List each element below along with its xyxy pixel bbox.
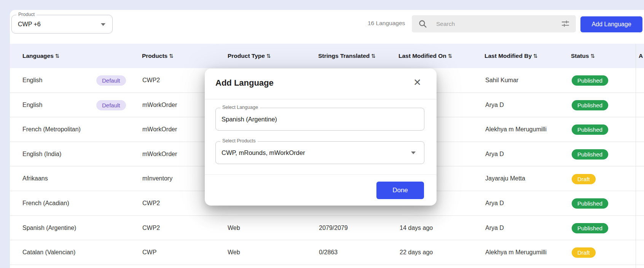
- modal-title: Add Language: [215, 78, 274, 88]
- cell-language: Spanish (Argentine): [22, 216, 76, 240]
- cell-language: Catalan (Valencian): [22, 240, 75, 265]
- search-bar[interactable]: [412, 15, 576, 32]
- cell-last-modified-by: Arya D: [485, 216, 504, 240]
- modal-header-divider: [205, 99, 437, 99]
- cell-language: English (India): [22, 142, 61, 166]
- select-language-field[interactable]: Select Language Spanish (Argentine): [215, 108, 424, 131]
- select-products-value: CWP, mRounds, mWorkOrder: [222, 142, 305, 164]
- cell-last-modified-by: Sahil Kumar: [485, 68, 518, 93]
- cell-status: Published: [572, 142, 608, 166]
- filter-tune-icon[interactable]: [561, 19, 570, 28]
- cell-language: Afrikaans: [22, 166, 48, 191]
- sort-icon: ⇅: [448, 53, 453, 59]
- done-button[interactable]: Done: [376, 182, 424, 199]
- page: Product CWP +6 16 Languages Add Language…: [0, 0, 644, 268]
- chevron-down-icon: [411, 152, 416, 154]
- actions-column-divider: [636, 44, 636, 268]
- cell-product: mInventory: [142, 166, 172, 191]
- status-badge: Published: [572, 223, 608, 233]
- sort-icon: ⇅: [55, 53, 60, 59]
- product-filter-value: CWP +6: [18, 15, 41, 33]
- add-language-button[interactable]: Add Language: [580, 16, 642, 32]
- search-icon: [418, 19, 427, 29]
- modal-footer-divider: [205, 174, 437, 175]
- cell-status: Published: [572, 68, 608, 93]
- column-header-last-modified-by[interactable]: Last Modified By⇅: [485, 44, 538, 68]
- sort-icon: ⇅: [266, 53, 271, 59]
- cell-status: Published: [572, 216, 608, 240]
- close-icon[interactable]: ✕: [413, 78, 421, 87]
- cell-product: mWorkOrder: [142, 117, 177, 142]
- status-badge: Draft: [572, 174, 596, 184]
- cell-product: CWP2: [142, 216, 160, 240]
- select-language-value: Spanish (Argentine): [222, 108, 277, 130]
- cell-language: French (Metropolitan): [22, 117, 81, 142]
- column-header-last-modified-on[interactable]: Last Modified On⇅: [399, 44, 452, 68]
- product-filter-select[interactable]: Product CWP +6: [11, 15, 113, 34]
- default-badge-cell: Default: [96, 93, 126, 117]
- cell-last-modified-on: 22 days ago: [400, 240, 433, 265]
- column-header-languages[interactable]: Languages⇅: [22, 44, 60, 68]
- cell-status: Draft: [572, 166, 596, 191]
- cell-product-type: Web: [228, 216, 240, 240]
- column-header-product-type[interactable]: Product Type⇅: [228, 44, 271, 68]
- status-badge: Published: [572, 100, 608, 110]
- status-badge: Published: [572, 75, 608, 86]
- cell-last-modified-by: Alekhya m Merugumilli: [485, 117, 547, 142]
- cell-product: CWP2: [142, 68, 160, 93]
- column-header-strings-translated[interactable]: Strings Translated⇅: [318, 44, 376, 68]
- cell-status: Published: [572, 191, 608, 215]
- cell-last-modified-by: Arya D: [485, 191, 504, 215]
- cell-strings-translated: 2079/2079: [319, 216, 348, 240]
- sort-icon: ⇅: [590, 53, 595, 59]
- table-row[interactable]: Catalan (Valencian)CWPWeb0/286322 days a…: [10, 240, 644, 265]
- cell-language: English: [22, 68, 42, 93]
- status-badge: Published: [572, 124, 608, 135]
- cell-product: mWorkOrder: [142, 93, 177, 117]
- cell-language: French (Acadian): [22, 191, 69, 215]
- cell-last-modified-by: Arya D: [485, 93, 504, 117]
- cell-product: CWP: [142, 240, 156, 265]
- cell-product: mWorkOrder: [142, 142, 177, 166]
- status-badge: Draft: [572, 247, 596, 258]
- status-badge: Published: [572, 198, 608, 209]
- languages-count: 16 Languages: [368, 20, 405, 27]
- status-badge: Published: [572, 149, 608, 160]
- cell-last-modified-on: 14 days ago: [400, 216, 433, 240]
- cell-status: Published: [572, 117, 608, 142]
- default-badge: Default: [96, 75, 126, 86]
- default-badge: Default: [96, 100, 126, 110]
- cell-language: English: [22, 93, 42, 117]
- sort-icon: ⇅: [371, 53, 376, 59]
- cell-status: Draft: [572, 240, 596, 265]
- sort-icon: ⇅: [533, 53, 538, 59]
- cell-strings-translated: 0/2863: [319, 240, 338, 265]
- column-header-actions[interactable]: A: [639, 44, 643, 68]
- cell-product: CWP2: [142, 191, 160, 215]
- table-header: Languages⇅ Products⇅ Product Type⇅ Strin…: [10, 44, 644, 68]
- table-row[interactable]: Spanish (Argentine)CWP2Web2079/207914 da…: [10, 216, 644, 241]
- cell-last-modified-by: Jayaraju Metta: [485, 166, 525, 191]
- sort-icon: ⇅: [169, 53, 174, 59]
- select-products-field[interactable]: Select Products CWP, mRounds, mWorkOrder: [215, 141, 424, 164]
- default-badge-cell: Default: [96, 68, 126, 93]
- cell-last-modified-by: Arya D: [485, 142, 504, 166]
- add-language-modal: Add Language ✕ Select Language Spanish (…: [205, 69, 437, 206]
- cell-status: Published: [572, 93, 608, 117]
- search-input[interactable]: [436, 15, 547, 32]
- cell-product-type: Web: [228, 240, 240, 265]
- cell-last-modified-by: Alekhya m Merugumilli: [485, 240, 547, 265]
- column-header-status[interactable]: Status⇅: [571, 44, 595, 68]
- column-header-products[interactable]: Products⇅: [142, 44, 174, 68]
- chevron-down-icon: [101, 23, 105, 26]
